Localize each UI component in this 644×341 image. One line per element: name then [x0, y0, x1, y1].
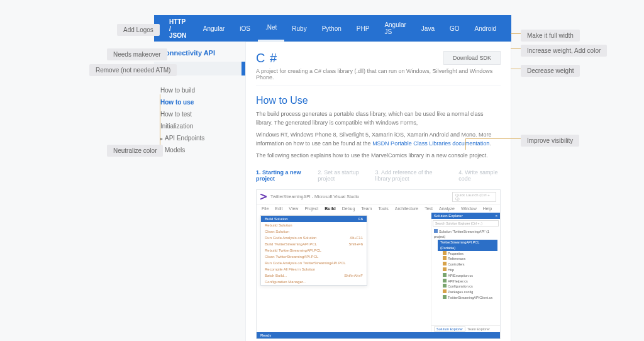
menu-team[interactable]: Team	[361, 206, 372, 211]
nav-dotnet[interactable]: .Net	[258, 15, 284, 42]
ide-status-bar: Ready	[257, 332, 500, 338]
menu-analyze[interactable]: Analyze	[439, 206, 455, 211]
nav-php[interactable]: PHP	[349, 15, 377, 42]
annotation-full-width: Make it full width	[521, 30, 580, 42]
page-title: C #	[256, 51, 277, 65]
dd-item[interactable]: Rebuild Solution	[261, 222, 367, 228]
menu-debug[interactable]: Debug	[342, 206, 355, 211]
vs-logo-icon	[260, 194, 267, 200]
annotation-add-logos: Add Logos	[117, 24, 160, 36]
dropdown-header-shortcut: F6	[358, 217, 363, 221]
nav-java[interactable]: Java	[414, 15, 442, 42]
nav-android[interactable]: Android	[467, 15, 504, 42]
sidebar-item-how-to-use[interactable]: How to use	[160, 96, 242, 108]
paragraph-2: Windows RT, Windows Phone 8, Silverlight…	[256, 131, 501, 148]
msdn-link[interactable]: MSDN Portable Class Libraries documentat…	[372, 140, 489, 147]
solution-explorer: Solution Explorer× Search Solution Explo…	[431, 213, 500, 332]
dd-item[interactable]: Clean TwitterStreamingAPI.PCL	[261, 254, 367, 260]
top-nav: HTTP / JSON Angular iOS .Net Ruby Python…	[154, 15, 511, 42]
annotation-neutralize: Neutralize color	[107, 145, 163, 157]
sidebar-item-how-to-build[interactable]: How to build	[160, 84, 242, 96]
ide-titlebar: TwitterStreamingAPI - Microsoft Visual S…	[257, 190, 500, 204]
solution-tree: Solution 'TwitterStreamingAPI' (1 projec…	[431, 228, 500, 302]
tree-node[interactable]: TwitterStreamingAPIClient.cs	[443, 295, 497, 301]
paragraph-1: The build process generates a portable c…	[256, 110, 501, 127]
nav-angular[interactable]: Angular	[196, 15, 232, 42]
ide-menubar: File Edit View Project Build Debug Team …	[257, 204, 500, 213]
paragraph-3: The following section explains how to us…	[256, 152, 501, 160]
dd-item[interactable]: Configuration Manager...	[261, 279, 367, 285]
steps-row: 1. Starting a new project 2. Set as star…	[256, 169, 501, 182]
tree-root[interactable]: Solution 'TwitterStreamingAPI' (1 projec…	[434, 229, 497, 240]
sidebar-item-initialization[interactable]: Initialization	[160, 120, 242, 132]
annotation-needs-makeover: Needs makeover	[107, 48, 167, 60]
dd-item[interactable]: Batch Build...Shift+Alt+F	[261, 272, 367, 279]
quick-launch-input[interactable]: Quick Launch (Ctrl + Q)	[452, 192, 496, 202]
dd-item[interactable]: Rebuild TwitterStreamingAPI.PCL	[261, 247, 367, 254]
sidebar-item-api-endpoints[interactable]: API Endpoints	[160, 132, 242, 144]
solution-explorer-tabs: Solution Explorer Team Explorer	[431, 325, 500, 332]
menu-build[interactable]: Build	[325, 206, 336, 211]
step-4[interactable]: 4. Write sample code	[458, 169, 501, 182]
tree-node[interactable]: Packages.config	[443, 289, 497, 295]
dd-item[interactable]: Run Code Analysis on SolutionAlt+F11	[261, 235, 367, 241]
tree-node[interactable]: APIException.cs	[443, 273, 497, 279]
menu-edit[interactable]: Edit	[275, 206, 282, 211]
tab-team-explorer[interactable]: Team Explorer	[467, 327, 489, 331]
sidebar-item-how-to-test[interactable]: How to test	[160, 108, 242, 120]
ide-screenshot: TwitterStreamingAPI - Microsoft Visual S…	[256, 189, 501, 339]
step-1[interactable]: 1. Starting a new project	[256, 169, 308, 182]
page-subtitle: A project for creating a C# class librar…	[256, 68, 501, 86]
annotation-improve-visibility: Improve visibility	[521, 135, 579, 147]
tree-node[interactable]: Http	[443, 267, 497, 273]
menu-test[interactable]: Test	[425, 206, 433, 211]
download-sdk-button[interactable]: Download SDK	[443, 51, 501, 65]
nav-angularjs[interactable]: Angular JS	[377, 15, 413, 42]
dd-item[interactable]: Build TwitterStreamingAPI.PCLShift+F6	[261, 241, 367, 247]
build-dropdown: Build Solution F6 Rebuild Solution Clean…	[260, 215, 367, 286]
tree-node[interactable]: Configuration.cs	[443, 284, 497, 289]
tree-project[interactable]: TwitterStreamingAPI.PCL (Portable)	[438, 240, 497, 251]
nav-http-json[interactable]: HTTP / JSON	[162, 15, 196, 42]
menu-tools[interactable]: Tools	[378, 206, 388, 211]
ide-editor-area: Build Solution F6 Rebuild Solution Clean…	[257, 213, 431, 332]
sidebar-title: Connectivity API	[154, 42, 242, 62]
close-icon[interactable]: ×	[495, 214, 497, 218]
dd-item[interactable]: Recompile All Files in Solution	[261, 266, 367, 272]
step-3[interactable]: 3. Add reference of the library project	[375, 169, 449, 182]
main-content: C # Download SDK A project for creating …	[245, 42, 511, 341]
nav-go[interactable]: GO	[442, 15, 467, 42]
menu-window[interactable]: Window	[461, 206, 477, 211]
menu-file[interactable]: File	[262, 206, 269, 211]
tab-solution-explorer[interactable]: Solution Explorer	[434, 327, 465, 332]
sidebar: Connectivity API Search How to build How…	[154, 42, 242, 156]
annotation-decrease-weight: Decrease weight	[521, 65, 580, 77]
section-title: How to Use	[256, 95, 501, 106]
menu-help[interactable]: Help	[483, 206, 492, 211]
sidebar-item-models[interactable]: Models	[160, 144, 242, 156]
step-2[interactable]: 2. Set as startup project	[318, 169, 365, 182]
menu-architecture[interactable]: Architecture	[395, 206, 418, 211]
nav-ruby[interactable]: Ruby	[284, 15, 314, 42]
nav-ios[interactable]: iOS	[232, 15, 258, 42]
ide-body: Build Solution F6 Rebuild Solution Clean…	[257, 213, 500, 332]
annotation-increase-weight: Increase weight, Add color	[521, 45, 607, 57]
sidebar-nav: How to build How to use How to test Init…	[154, 82, 242, 156]
menu-project[interactable]: Project	[304, 206, 318, 211]
ide-window-title: TwitterStreamingAPI - Microsoft Visual S…	[270, 194, 452, 199]
solution-explorer-search[interactable]: Search Solution Explorer (Ctrl + ;)	[433, 220, 499, 226]
dropdown-header[interactable]: Build Solution F6	[261, 216, 367, 222]
tree-node[interactable]: APIHelper.cs	[443, 279, 497, 284]
tree-node[interactable]: References	[443, 256, 497, 262]
dropdown-header-label: Build Solution	[265, 217, 288, 221]
tree-node[interactable]: Properties	[443, 251, 497, 257]
solution-explorer-title: Solution Explorer×	[431, 213, 500, 219]
annotation-remove: Remove (not needed ATM)	[89, 64, 177, 76]
nav-python[interactable]: Python	[314, 15, 349, 42]
dd-item[interactable]: Clean Solution	[261, 228, 367, 235]
menu-view[interactable]: View	[289, 206, 298, 211]
tree-node[interactable]: Controllers	[443, 262, 497, 267]
dd-item[interactable]: Run Code Analysis on TwitterStreamingAPI…	[261, 260, 367, 266]
